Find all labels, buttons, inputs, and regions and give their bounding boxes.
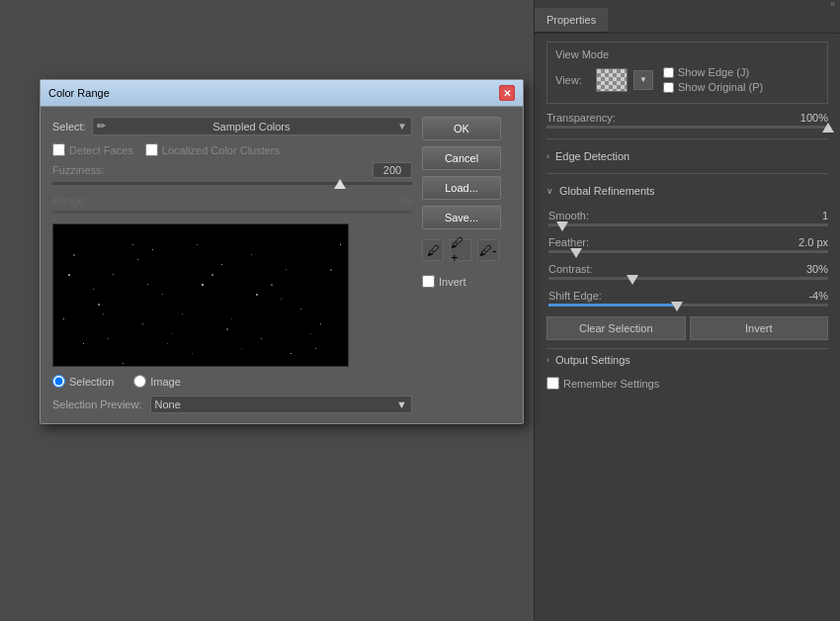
feather-slider[interactable]: [548, 250, 828, 253]
clear-selection-button[interactable]: Clear Selection: [546, 316, 686, 340]
remember-settings-label: Remember Settings: [563, 378, 659, 390]
output-settings-section[interactable]: › Output Settings: [546, 348, 828, 371]
eyedropper-add-button[interactable]: 🖊+: [450, 239, 471, 261]
select-icon: ✏: [97, 120, 106, 133]
detect-faces-checkbox[interactable]: [52, 143, 65, 156]
dialog-title: Color Range: [48, 87, 110, 99]
shift-edge-slider[interactable]: [548, 304, 828, 307]
select-dropdown[interactable]: ✏ Sampled Colors ▼: [92, 117, 412, 135]
fuzziness-value: 200: [373, 162, 412, 178]
load-button[interactable]: Load...: [422, 176, 501, 200]
edge-collapse-arrow: ›: [546, 151, 549, 161]
show-original-checkbox[interactable]: [663, 82, 674, 93]
properties-panel: » Properties View Mode View: ▼ Show Edge…: [534, 0, 840, 621]
dialog-titlebar: Color Range ✕: [41, 80, 523, 107]
eyedropper-subtract-button[interactable]: 🖊-: [477, 239, 499, 261]
range-slider[interactable]: [52, 211, 412, 214]
shift-edge-row: Shift Edge: -4%: [548, 290, 828, 302]
contrast-slider[interactable]: [548, 277, 828, 280]
eyedropper-row: 🖊 🖊+ 🖊-: [422, 239, 511, 261]
selection-radio-label: Selection: [52, 375, 114, 388]
dialog-left: Select: ✏ Sampled Colors ▼ Detect Faces: [52, 117, 412, 413]
selection-preview-arrow: ▼: [396, 399, 407, 410]
save-button[interactable]: Save...: [422, 206, 501, 229]
fuzziness-slider[interactable]: [52, 182, 412, 185]
view-label: View:: [555, 74, 590, 86]
select-arrow-icon: ▼: [397, 121, 407, 132]
detect-faces-label: Detect Faces: [52, 143, 133, 156]
shift-edge-value: -4%: [808, 290, 828, 302]
refinements-content: Smooth: 1 Feather: 2.0 px Contrast: 30%: [546, 210, 828, 307]
global-refinements-header[interactable]: ∨ Global Refinements: [546, 180, 828, 202]
smooth-value: 1: [822, 210, 828, 222]
smooth-slider[interactable]: [548, 223, 828, 226]
selection-preview-value: None: [155, 399, 181, 410]
range-row: Range: %: [52, 195, 412, 207]
smooth-label: Smooth:: [548, 210, 589, 222]
select-label: Select:: [52, 121, 86, 133]
select-value: Sampled Colors: [212, 121, 290, 133]
feather-value: 2.0 px: [798, 236, 828, 248]
properties-tab[interactable]: Properties: [535, 8, 608, 33]
fuzziness-row: Fuzziness: 200: [52, 162, 412, 178]
invert-checkbox[interactable]: [422, 275, 435, 288]
edge-detection-header[interactable]: › Edge Detection: [546, 145, 828, 167]
remember-settings-checkbox[interactable]: [546, 377, 559, 390]
invert-button[interactable]: Invert: [690, 316, 829, 340]
view-mode-section: View Mode View: ▼ Show Edge (J) Show Ori…: [546, 42, 828, 104]
localized-clusters-text: Localized Color Clusters: [162, 144, 280, 156]
transparency-row: Transparency: 100%: [546, 112, 828, 124]
dialog-close-button[interactable]: ✕: [499, 85, 515, 101]
color-range-dialog: Color Range ✕ Select: ✏ Sampled Colors ▼: [40, 79, 524, 424]
edge-divider: [546, 138, 828, 139]
contrast-value: 30%: [806, 263, 828, 275]
fuzziness-label: Fuzziness:: [52, 164, 105, 176]
image-radio-text: Image: [150, 376, 181, 388]
output-settings-label: Output Settings: [555, 354, 630, 366]
selection-preview-row: Selection Preview: None ▼: [52, 396, 412, 413]
localized-clusters-checkbox[interactable]: [145, 143, 158, 156]
selection-radio-text: Selection: [69, 376, 114, 388]
cancel-button[interactable]: Cancel: [422, 146, 501, 170]
remember-settings-row: Remember Settings: [546, 371, 828, 390]
show-edge-checkbox-row: Show Edge (J): [663, 66, 763, 78]
feather-label: Feather:: [548, 236, 589, 248]
shift-edge-label: Shift Edge:: [548, 290, 602, 302]
range-percent: %: [402, 195, 412, 207]
view-dropdown-btn[interactable]: ▼: [633, 70, 653, 90]
select-row: Select: ✏ Sampled Colors ▼: [52, 117, 412, 135]
dialog-overlay: Color Range ✕ Select: ✏ Sampled Colors ▼: [40, 79, 524, 524]
refinements-collapse-arrow: ∨: [546, 186, 553, 196]
contrast-label: Contrast:: [548, 263, 593, 275]
global-refinements-label: Global Refinements: [559, 185, 655, 197]
localized-clusters-label: Localized Color Clusters: [145, 143, 280, 156]
options-row: Detect Faces Localized Color Clusters: [52, 143, 412, 156]
transparency-slider[interactable]: [546, 126, 828, 129]
show-original-checkbox-row: Show Original (P): [663, 81, 763, 93]
detect-faces-text: Detect Faces: [69, 144, 133, 156]
show-edge-checkbox[interactable]: [663, 67, 674, 78]
preview-canvas: [52, 223, 349, 367]
panel-arrows: »: [830, 0, 835, 9]
panel-top-bar: »: [535, 0, 840, 8]
range-label: Range:: [52, 195, 87, 207]
feather-row: Feather: 2.0 px: [548, 236, 828, 248]
smooth-row: Smooth: 1: [548, 210, 828, 222]
selection-preview-label: Selection Preview:: [52, 399, 142, 410]
image-radio[interactable]: [133, 375, 146, 388]
edge-detection-label: Edge Detection: [555, 150, 630, 162]
selection-preview-dropdown[interactable]: None ▼: [150, 396, 413, 413]
show-original-label: Show Original (P): [678, 81, 763, 93]
dialog-right: OK Cancel Load... Save... 🖊 🖊+ 🖊- Invert: [422, 117, 511, 413]
transparency-label: Transparency:: [546, 112, 616, 124]
image-radio-label: Image: [133, 375, 181, 388]
output-collapse-arrow: ›: [546, 355, 549, 365]
invert-row: Invert: [422, 275, 511, 288]
eyedropper-button[interactable]: 🖊: [422, 239, 444, 261]
invert-label: Invert: [439, 276, 466, 288]
ok-button[interactable]: OK: [422, 117, 501, 140]
selection-radio[interactable]: [52, 375, 65, 388]
bottom-buttons: Clear Selection Invert: [546, 316, 828, 340]
radio-row: Selection Image: [52, 375, 412, 388]
contrast-row: Contrast: 30%: [548, 263, 828, 275]
